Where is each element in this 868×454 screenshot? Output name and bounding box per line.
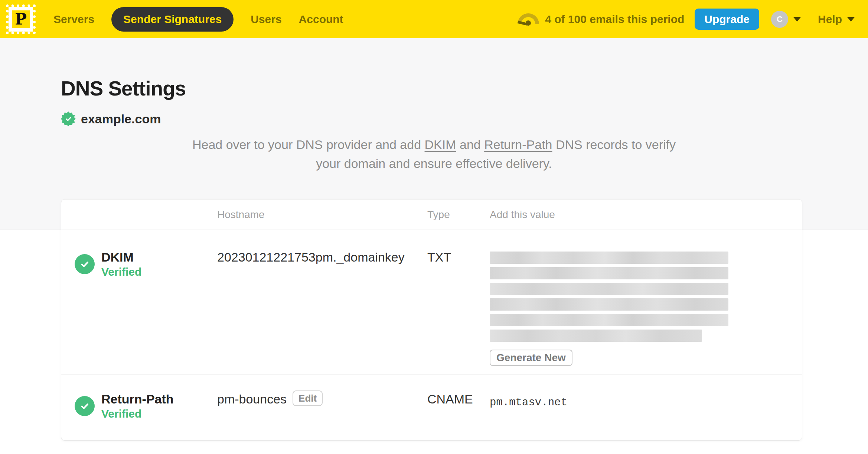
help-label: Help [818,13,842,26]
chevron-down-icon [847,17,855,22]
check-icon [64,115,72,123]
column-header-hostname: Hostname [217,209,427,221]
redacted-dns-value [490,252,728,342]
dns-record-row-dkim: DKIM Verified 20230121221753pm._domainke… [61,230,802,375]
dns-records-card: Hostname Type Add this value DKIM Verifi… [61,199,802,441]
avatar[interactable]: C [771,11,788,28]
record-status-cell: DKIM Verified [75,249,217,279]
return-path-link[interactable]: Return-Path [484,137,552,152]
dns-settings-page: P Servers Sender Signatures Users Accoun… [0,0,868,454]
nav-item-account[interactable]: Account [299,13,343,26]
record-hostname: 20230121221753pm._domainkey [217,249,427,374]
check-icon [79,259,90,270]
record-type: TXT [427,249,490,374]
record-status-cell: Return-Path Verified [75,391,217,421]
nav-item-sender-signatures[interactable]: Sender Signatures [111,7,234,32]
nav-item-servers[interactable]: Servers [53,13,94,26]
instructions: Head over to your DNS provider and add D… [185,135,683,173]
domain-row: example.com [61,111,868,126]
redacted-line [490,252,728,264]
dns-record-row-return-path: Return-Path Verified pm-bounces Edit CNA… [61,375,802,440]
avatar-initial: C [777,14,783,24]
nav-right: 4 of 100 emails this period Upgrade C He… [518,9,855,30]
record-name: Return-Path [101,391,174,407]
generate-new-button[interactable]: Generate New [490,350,572,366]
account-menu[interactable]: C [771,11,801,28]
check-icon [79,401,90,412]
table-header: Hostname Type Add this value [61,200,802,230]
record-title-block: Return-Path Verified [101,391,174,421]
record-status-badge: Verified [101,265,141,279]
top-nav: P Servers Sender Signatures Users Accoun… [0,0,868,38]
verified-check-icon [75,396,95,416]
edit-button[interactable]: Edit [293,390,323,406]
page-title: DNS Settings [61,38,868,99]
verified-seal-icon [61,111,76,126]
record-title-block: DKIM Verified [101,249,141,279]
record-type: CNAME [427,391,490,440]
column-header-type: Type [427,209,490,221]
help-menu[interactable]: Help [818,13,855,26]
usage-gauge-icon [518,13,539,25]
domain-name: example.com [81,112,161,126]
nav-links: Servers Sender Signatures Users Account [53,7,343,32]
record-value: pm.mtasv.net [490,393,789,409]
postmark-stamp-icon: P [12,10,30,28]
column-header-value: Add this value [490,209,789,221]
chevron-down-icon [793,17,801,22]
gauge-hub [526,20,531,26]
record-hostname: pm-bounces [217,392,287,406]
nav-item-users[interactable]: Users [251,13,281,26]
postmark-logo[interactable]: P [6,4,36,34]
verified-check-icon [75,254,95,274]
instructions-text: and [456,137,484,152]
redacted-line [490,298,728,311]
record-value-cell: Generate New [490,249,789,374]
usage-text: 4 of 100 emails this period [545,13,684,26]
instructions-text: Head over to your DNS provider and add [192,137,425,152]
upgrade-button[interactable]: Upgrade [695,9,759,30]
record-value-cell: pm.mtasv.net [490,391,789,440]
record-status-badge: Verified [101,407,174,421]
record-hostname-cell: pm-bounces Edit [217,391,427,440]
redacted-line [490,314,728,326]
logo-letter: P [15,12,27,27]
redacted-line [490,283,728,295]
record-name: DKIM [101,249,141,265]
dkim-link[interactable]: DKIM [425,137,456,152]
redacted-line [490,330,702,342]
redacted-line [490,267,728,279]
